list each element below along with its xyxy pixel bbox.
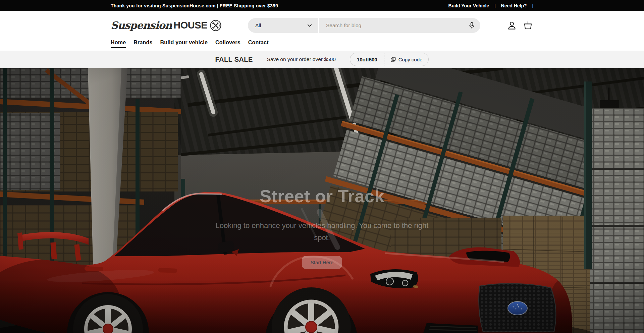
promo-message: Save on your order over $500	[267, 56, 336, 62]
copy-code-label: Copy code	[398, 57, 423, 62]
start-here-button[interactable]: Start Here	[302, 256, 342, 269]
shipping-message: Thank you for visiting SuspensionHouse.c…	[111, 3, 278, 8]
header-icons	[506, 20, 533, 31]
top-bar: Thank you for visiting SuspensionHouse.c…	[0, 0, 644, 11]
search-category-dropdown[interactable]: All	[248, 18, 318, 33]
need-help-link[interactable]: Need Help?	[501, 3, 527, 8]
nav-item-build-your-vehicle[interactable]: Build your vehicle	[160, 40, 208, 47]
microphone-icon	[468, 21, 476, 29]
voice-search-button[interactable]	[468, 21, 476, 29]
crossed-tools-badge-icon	[210, 19, 222, 32]
chevron-down-icon	[307, 23, 312, 28]
nav-item-home[interactable]: Home	[111, 40, 126, 48]
logo[interactable]: Suspension HOUSE	[111, 19, 222, 32]
separator: |	[494, 3, 495, 8]
copy-code-button[interactable]: Copy code	[384, 53, 429, 66]
search-field	[319, 18, 480, 33]
header: Suspension HOUSE	[0, 11, 644, 40]
top-bar-links: Build Your Vehicle | Need Help? |	[448, 3, 533, 8]
search-bar: All	[248, 18, 480, 33]
promo-code-pill: 10off500 Copy code	[350, 53, 429, 66]
basket-icon	[523, 20, 533, 31]
build-your-vehicle-link[interactable]: Build Your Vehicle	[448, 3, 489, 8]
user-icon	[506, 20, 517, 31]
nav-item-coilovers[interactable]: Coilovers	[215, 40, 240, 47]
nav-item-brands[interactable]: Brands	[133, 40, 152, 47]
search-input[interactable]	[326, 22, 468, 29]
main-nav: Home Brands Build your vehicle Coilovers…	[111, 40, 533, 51]
nav-item-contact[interactable]: Contact	[248, 40, 269, 47]
cart-button[interactable]	[523, 20, 533, 31]
logo-script-text: Suspension	[111, 19, 172, 31]
copy-icon	[390, 57, 396, 62]
search-category-value: All	[255, 22, 261, 29]
hero-subtitle: Looking to enhance your vehicles handlin…	[215, 220, 429, 243]
hero-title: Street or Track	[0, 186, 644, 206]
separator: |	[532, 3, 533, 8]
promo-code: 10off500	[350, 53, 384, 66]
page: Thank you for visiting SuspensionHouse.c…	[0, 0, 644, 333]
promo-bar: FALL SALE Save on your order over $500 1…	[0, 51, 644, 68]
hero-banner: Street or Track Looking to enhance your …	[0, 68, 644, 333]
account-button[interactable]	[506, 20, 517, 31]
logo-bold-text: HOUSE	[173, 20, 207, 31]
promo-title: FALL SALE	[215, 56, 253, 63]
